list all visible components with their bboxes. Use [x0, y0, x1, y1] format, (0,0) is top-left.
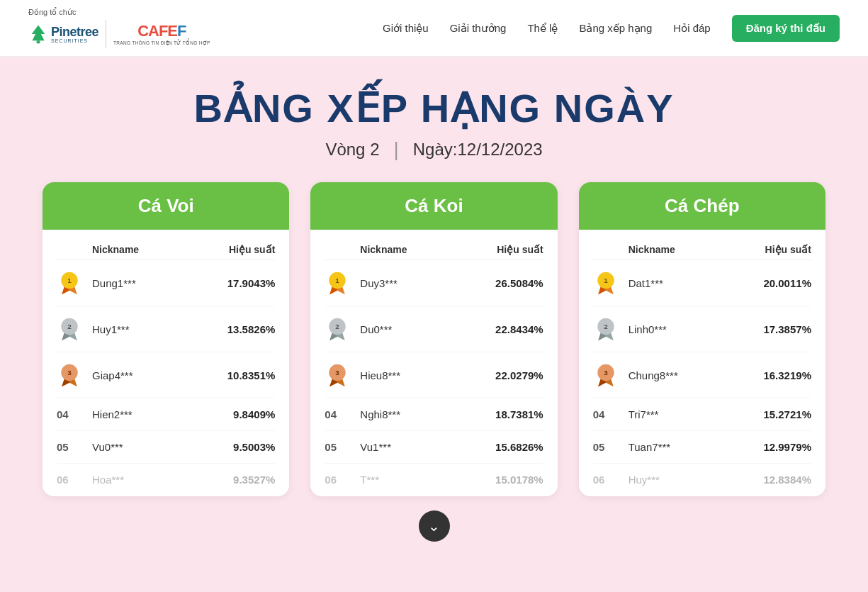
name-cell: Vu1***	[360, 441, 472, 453]
scroll-btn-area: ⌄	[43, 510, 825, 542]
perf-cell: 18.7381%	[473, 408, 543, 420]
perf-header-chep: Hiệu suất	[740, 244, 811, 255]
gold-medal-icon: 1	[57, 270, 82, 296]
logo-divider	[106, 20, 106, 48]
name-cell: Dung1***	[92, 277, 204, 289]
pinetree-logo: Pinetree SECURITIES	[28, 24, 98, 44]
rank-cell: 04	[57, 408, 92, 420]
rank-cell: 3	[325, 362, 360, 388]
perf-header-koi: Hiệu suất	[473, 244, 543, 255]
rank-num: 05	[593, 441, 605, 453]
rank-num: 06	[57, 474, 69, 486]
rank-num: 04	[325, 408, 337, 420]
svg-text:2: 2	[336, 323, 340, 330]
table-row: 05 Vu0*** 9.5003%	[57, 431, 275, 464]
gold-medal-icon: 1	[593, 270, 619, 296]
perf-cell: 17.3857%	[740, 323, 811, 335]
name-cell: Du0***	[360, 323, 472, 335]
table-row: 1 Duy3*** 26.5084%	[325, 260, 543, 306]
perf-cell: 13.5826%	[204, 323, 275, 335]
ca-koi-table-header: Nickname Hiệu suất	[325, 237, 543, 260]
perf-cell: 15.0178%	[473, 474, 543, 486]
svg-rect-1	[37, 40, 40, 43]
card-ca-voi-body: Nickname Hiệu suất 1 Dung1*** 17.904	[43, 230, 289, 496]
name-cell: Giap4***	[92, 369, 204, 381]
bronze-medal-icon: 3	[57, 362, 82, 388]
rank-cell: 05	[325, 441, 360, 453]
nav-hoi-dap[interactable]: Hỏi đáp	[673, 22, 710, 35]
cafef-tagline: TRANG THÔNG TIN ĐIỆN TỬ TỔNG HỢP	[113, 40, 210, 46]
logo-area: Đồng tổ chức Pinetree SECURITIES CAFEF T…	[28, 8, 210, 48]
rank-num: 06	[593, 474, 605, 486]
subtitle-sep: |	[393, 138, 398, 161]
rank-num: 05	[57, 441, 69, 453]
bronze-medal-icon: 3	[325, 362, 350, 388]
perf-cell: 15.6826%	[473, 441, 543, 453]
nickname-header-voi: Nickname	[92, 244, 204, 255]
rank-num: 05	[325, 441, 337, 453]
silver-medal-icon: 2	[325, 316, 350, 342]
perf-cell: 15.2721%	[740, 408, 811, 420]
svg-text:3: 3	[336, 369, 340, 376]
name-cell: Hieu8***	[360, 369, 472, 381]
card-ca-koi-body: Nickname Hiệu suất 1 Duy3*** 26.5084%	[310, 230, 557, 496]
rank-cell: 06	[57, 474, 92, 486]
card-ca-koi-header: Cá Koi	[310, 182, 557, 230]
rank-num: 04	[593, 408, 605, 420]
pinetree-text: Pinetree SECURITIES	[51, 26, 98, 43]
perf-cell: 22.0279%	[473, 369, 543, 381]
rank-cell: 06	[325, 474, 360, 486]
svg-text:1: 1	[604, 277, 608, 284]
table-row: 3 Hieu8*** 22.0279%	[325, 352, 543, 398]
silver-medal-icon: 2	[57, 316, 82, 342]
svg-marker-0	[32, 26, 45, 41]
table-row: 1 Dung1*** 17.9043%	[57, 260, 275, 306]
svg-text:2: 2	[67, 323, 72, 330]
silver-medal-icon: 2	[593, 316, 619, 342]
rank-cell: 06	[593, 474, 629, 486]
rank-cell: 2	[593, 316, 629, 342]
perf-cell: 16.3219%	[740, 369, 811, 381]
cafef-logo: CAFEF TRANG THÔNG TIN ĐIỆN TỬ TỔNG HỢP	[113, 22, 210, 46]
svg-text:3: 3	[67, 369, 72, 376]
perf-cell: 12.9979%	[740, 441, 811, 453]
perf-cell: 10.8351%	[204, 369, 275, 381]
nickname-header-koi: Nickname	[360, 244, 472, 255]
nav-giai-thuong[interactable]: Giải thưởng	[450, 22, 507, 35]
name-cell: Tuan7***	[629, 441, 740, 453]
rank-cell: 1	[57, 270, 92, 296]
nav-bang-xep-hang[interactable]: Bảng xếp hạng	[579, 22, 652, 35]
table-row: 3 Chung8*** 16.3219%	[593, 352, 811, 398]
perf-cell: 9.5003%	[204, 441, 275, 453]
nav-gioi-thieu[interactable]: Giới thiệu	[383, 22, 429, 35]
table-row: 2 Du0*** 22.8434%	[325, 306, 543, 352]
pinetree-sub: SECURITIES	[51, 38, 98, 43]
rank-cell: 1	[325, 270, 360, 296]
rank-cell: 2	[57, 316, 92, 342]
tables-row: Cá Voi Nickname Hiệu suất 1	[43, 182, 825, 496]
scroll-down-button[interactable]: ⌄	[419, 510, 450, 542]
rank-cell: 1	[593, 270, 629, 296]
vong-label: Vòng 2	[325, 140, 379, 160]
perf-cell: 9.3527%	[204, 474, 275, 486]
nav-the-le[interactable]: Thể lệ	[527, 22, 558, 35]
name-cell: Huy1***	[92, 323, 204, 335]
page-subtitle: Vòng 2 | Ngày:12/12/2023	[43, 138, 825, 161]
rank-cell: 04	[325, 408, 360, 420]
pinetree-tree-icon	[28, 24, 48, 44]
rank-cell: 2	[325, 316, 360, 342]
page-title-section: BẢNG XẾP HẠNG NGÀY Vòng 2 | Ngày:12/12/2…	[43, 85, 825, 161]
table-row: 3 Giap4*** 10.8351%	[57, 352, 275, 398]
table-row: 05 Vu1*** 15.6826%	[325, 431, 543, 464]
perf-cell: 26.5084%	[473, 277, 543, 289]
rank-num: 06	[325, 474, 337, 486]
perf-cell: 20.0011%	[740, 277, 811, 289]
table-row: 1 Dat1*** 20.0011%	[593, 260, 811, 306]
register-button[interactable]: Đăng ký thi đấu	[732, 15, 840, 42]
perf-cell: 17.9043%	[204, 277, 275, 289]
card-ca-voi-title: Cá Voi	[57, 195, 275, 217]
nickname-header-chep: Nickname	[629, 244, 740, 255]
pinetree-name: Pinetree	[51, 26, 98, 38]
card-ca-chep-body: Nickname Hiệu suất 1 Dat1*** 20.0011%	[579, 230, 825, 496]
page-title: BẢNG XẾP HẠNG NGÀY	[43, 85, 825, 131]
